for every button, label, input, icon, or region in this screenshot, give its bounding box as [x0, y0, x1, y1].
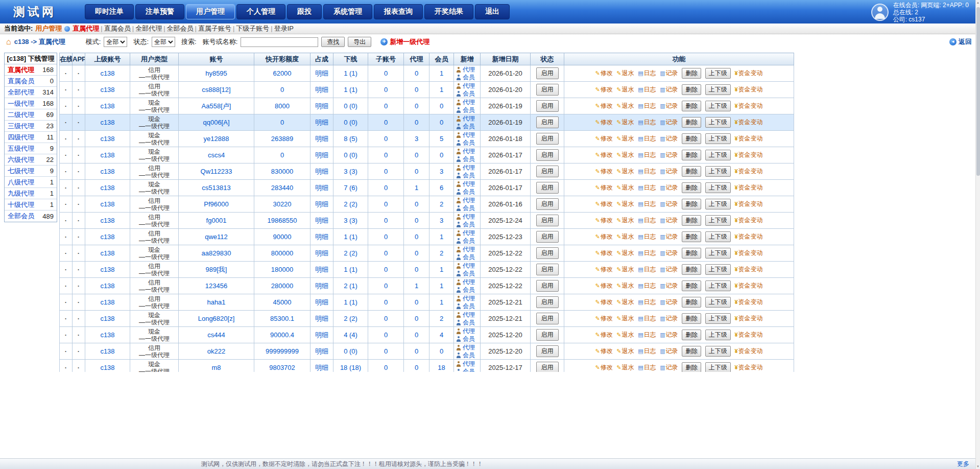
quota-link[interactable]: 45000 — [273, 298, 291, 306]
subaccount-count-link[interactable]: 0 — [384, 119, 388, 126]
add-agent-link[interactable]: 代理 — [456, 164, 480, 172]
record-link[interactable]: ▥记录 — [660, 183, 678, 192]
record-link[interactable]: ▥记录 — [660, 363, 678, 372]
share-detail-link[interactable]: 明细 — [315, 364, 328, 371]
add-agent-link[interactable]: 代理 — [456, 82, 480, 90]
subaccount-count-link[interactable]: 0 — [384, 282, 388, 290]
log-link[interactable]: ▤日志 — [638, 331, 656, 339]
status-button[interactable]: 启用 — [536, 313, 559, 324]
quota-link[interactable]: 85300.1 — [270, 315, 294, 322]
account-link[interactable]: hy8595 — [205, 69, 227, 77]
parent-account-link[interactable]: c138 — [100, 69, 114, 77]
downline-link[interactable]: 8 (5) — [344, 135, 357, 143]
status-select[interactable]: 全部 — [152, 37, 175, 47]
agent-count-link[interactable]: 1 — [415, 282, 418, 290]
rebate-link[interactable]: ✎退水 — [616, 363, 634, 372]
log-link[interactable]: ▤日志 — [638, 282, 656, 290]
sidebar-item[interactable]: 八级代理1 — [5, 177, 57, 188]
table-row[interactable]: · · c138 信用 —一级代理 Qw112233 830000 明细 3 (… — [60, 163, 794, 180]
table-row[interactable]: · · c138 现金 —一级代理 cscs4 0 明细 0 (0) 0 0 0… — [60, 147, 794, 163]
downline-link[interactable]: 2 (2) — [344, 315, 357, 322]
parent-account-link[interactable]: c138 — [100, 151, 114, 159]
sidebar-item-label[interactable]: 三级代理 — [8, 122, 34, 131]
account-link[interactable]: cscs4 — [208, 151, 225, 159]
edit-link[interactable]: ✎修改 — [595, 200, 612, 208]
agent-count-link[interactable]: 0 — [415, 69, 418, 77]
updown-level-button[interactable]: 上下级 — [705, 297, 731, 308]
funds-change-link[interactable]: ¥资金变动 — [734, 85, 762, 94]
agent-count-link[interactable]: 0 — [415, 217, 418, 224]
add-level1-agent-button[interactable]: + 新增一级代理 — [380, 37, 429, 46]
member-count-link[interactable]: 1 — [440, 298, 443, 306]
member-count-link[interactable]: 6 — [440, 184, 443, 192]
downline-link[interactable]: 1 (1) — [344, 86, 357, 93]
sidebar-item-label[interactable]: 五级代理 — [8, 144, 34, 153]
rebate-link[interactable]: ✎退水 — [616, 216, 634, 225]
sidebar-item-label[interactable]: 一级代理 — [8, 99, 34, 108]
delete-button[interactable]: 删除 — [682, 231, 701, 242]
subaccount-count-link[interactable]: 0 — [384, 69, 388, 77]
updown-level-button[interactable]: 上下级 — [705, 313, 731, 324]
log-link[interactable]: ▤日志 — [638, 298, 656, 307]
sidebar-item-label[interactable]: 八级代理 — [8, 178, 34, 187]
funds-change-link[interactable]: ¥资金变动 — [734, 134, 762, 143]
table-row[interactable]: · · c138 信用 —一级代理 haha1 45000 明细 1 (1) 0… — [60, 294, 794, 311]
vertical-scrollbar[interactable]: ▲ ▼ — [975, 0, 980, 469]
edit-link[interactable]: ✎修改 — [595, 167, 612, 176]
table-row[interactable]: · · c138 信用 —一级代理 ok222 999999999 明细 0 (… — [60, 343, 794, 360]
log-link[interactable]: ▤日志 — [638, 85, 656, 94]
subaccount-count-link[interactable]: 0 — [384, 315, 388, 322]
downline-link[interactable]: 1 (1) — [344, 69, 357, 77]
record-link[interactable]: ▥记录 — [660, 331, 678, 339]
subaccount-count-link[interactable]: 0 — [384, 249, 388, 257]
edit-link[interactable]: ✎修改 — [595, 102, 612, 110]
sidebar-item-label[interactable]: 全部代理 — [8, 88, 34, 97]
account-link[interactable]: m8 — [211, 364, 221, 371]
parent-account-link[interactable]: c138 — [100, 184, 114, 192]
add-agent-link[interactable]: 代理 — [456, 197, 480, 204]
delete-button[interactable]: 删除 — [682, 330, 701, 340]
log-link[interactable]: ▤日志 — [638, 151, 656, 159]
add-member-link[interactable]: 会员 — [456, 188, 480, 196]
record-link[interactable]: ▥记录 — [660, 249, 678, 257]
agent-count-link[interactable]: 0 — [415, 200, 418, 208]
add-agent-link[interactable]: 代理 — [456, 262, 480, 270]
agent-count-link[interactable]: 0 — [415, 315, 418, 322]
subaccount-count-link[interactable]: 0 — [384, 347, 388, 355]
rebate-link[interactable]: ✎退水 — [616, 69, 634, 78]
subaccount-count-link[interactable]: 0 — [384, 266, 388, 273]
table-row[interactable]: · · c138 信用 —一级代理 hy8595 62000 明细 1 (1) … — [60, 65, 794, 82]
member-count-link[interactable]: 1 — [440, 69, 443, 77]
table-row[interactable]: · · c138 现金 —一级代理 qq006[A] 0 明细 0 (0) 0 … — [60, 114, 794, 131]
add-agent-link[interactable]: 代理 — [456, 148, 480, 155]
subnav-link-6[interactable]: 下级子账号 — [236, 25, 269, 32]
rebate-link[interactable]: ✎退水 — [616, 183, 634, 192]
edit-link[interactable]: ✎修改 — [595, 183, 612, 192]
funds-change-link[interactable]: ¥资金变动 — [734, 347, 762, 356]
agent-count-link[interactable]: 0 — [415, 151, 418, 159]
delete-button[interactable]: 删除 — [682, 362, 701, 372]
status-button[interactable]: 启用 — [536, 264, 559, 275]
rebate-link[interactable]: ✎退水 — [616, 134, 634, 143]
funds-change-link[interactable]: ¥资金变动 — [734, 102, 762, 110]
delete-button[interactable]: 删除 — [682, 117, 701, 128]
subaccount-count-link[interactable]: 0 — [384, 102, 388, 110]
funds-change-link[interactable]: ¥资金变动 — [734, 151, 762, 159]
search-input[interactable] — [241, 37, 318, 47]
edit-link[interactable]: ✎修改 — [595, 249, 612, 257]
parent-account-link[interactable]: c138 — [100, 233, 114, 241]
status-button[interactable]: 启用 — [536, 182, 559, 194]
account-link[interactable]: cs888[12] — [202, 86, 230, 93]
quota-link[interactable]: 263889 — [271, 135, 293, 143]
rebate-link[interactable]: ✎退水 — [616, 85, 634, 94]
table-row[interactable]: · · c138 信用 —一级代理 qwe112 90000 明细 1 (1) … — [60, 229, 794, 245]
subnav-link-7[interactable]: 登录IP — [274, 25, 294, 32]
member-count-link[interactable]: 0 — [440, 347, 443, 355]
agent-count-link[interactable]: 0 — [415, 86, 418, 93]
log-link[interactable]: ▤日志 — [638, 249, 656, 257]
delete-button[interactable]: 删除 — [682, 313, 701, 324]
table-row[interactable]: · · c138 现金 —一级代理 cs444 90000.4 明细 4 (4)… — [60, 327, 794, 343]
add-agent-link[interactable]: 代理 — [456, 131, 480, 139]
nav-tab-8[interactable]: 开奖结果 — [424, 4, 473, 19]
sidebar-item-label[interactable]: 直属会员 — [8, 77, 34, 86]
